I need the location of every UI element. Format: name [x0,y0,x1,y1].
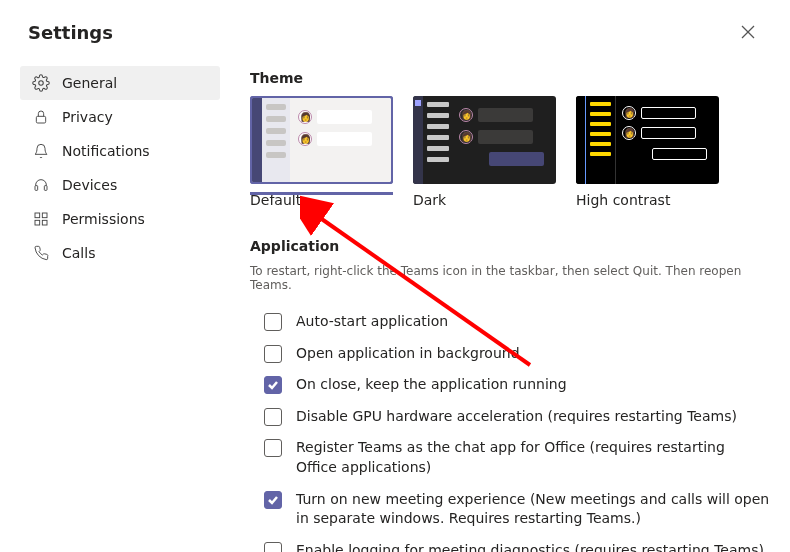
svg-rect-3 [36,116,45,123]
theme-preview-high-contrast: 👩 👩 [576,96,719,184]
sidebar-item-label: Permissions [62,211,145,227]
sidebar-item-calls[interactable]: Calls [20,236,220,270]
svg-rect-7 [42,213,47,218]
option-label: Open application in background [296,344,520,364]
lock-icon [32,108,50,126]
theme-option-high-contrast[interactable]: 👩 👩 High contrast [576,96,719,208]
svg-rect-4 [35,186,38,191]
checkbox[interactable] [264,376,282,394]
svg-point-2 [39,81,44,86]
option-label: Enable logging for meeting diagnostics (… [296,541,764,552]
app-option: Disable GPU hardware acceleration (requi… [250,401,770,433]
theme-preview-default: 👩 👩 [250,96,393,184]
sidebar-item-label: Privacy [62,109,113,125]
sidebar: General Privacy Notifications Devices Pe… [20,66,220,552]
checkbox[interactable] [264,439,282,457]
sidebar-item-label: Notifications [62,143,150,159]
sidebar-item-permissions[interactable]: Permissions [20,202,220,236]
option-label: Auto-start application [296,312,448,332]
app-option: Auto-start application [250,306,770,338]
grid-icon [32,210,50,228]
close-button[interactable] [734,18,762,46]
gear-icon [32,74,50,92]
svg-rect-9 [42,220,47,225]
page-title: Settings [28,22,113,43]
svg-rect-5 [44,186,47,191]
app-option: Open application in background [250,338,770,370]
checkbox[interactable] [264,313,282,331]
option-label: Register Teams as the chat app for Offic… [296,438,770,477]
main-pane: Theme 👩 👩 Default 👩 [220,66,770,552]
svg-rect-6 [35,213,40,218]
close-icon [741,25,755,39]
theme-selector: 👩 👩 Default 👩 👩 Dark [250,96,770,208]
option-label: Turn on new meeting experience (New meet… [296,490,770,529]
checkbox[interactable] [264,408,282,426]
sidebar-item-label: Devices [62,177,117,193]
bell-icon [32,142,50,160]
headset-icon [32,176,50,194]
theme-label: Default [250,192,393,208]
sidebar-item-privacy[interactable]: Privacy [20,100,220,134]
application-subtext: To restart, right-click the Teams icon i… [250,264,770,292]
theme-heading: Theme [250,70,770,86]
theme-option-dark[interactable]: 👩 👩 Dark [413,96,556,208]
app-option: Register Teams as the chat app for Offic… [250,432,770,483]
application-heading: Application [250,238,770,254]
option-label: On close, keep the application running [296,375,567,395]
checkbox[interactable] [264,491,282,509]
sidebar-item-label: Calls [62,245,95,261]
theme-preview-dark: 👩 👩 [413,96,556,184]
checkbox[interactable] [264,542,282,552]
theme-option-default[interactable]: 👩 👩 Default [250,96,393,208]
phone-icon [32,244,50,262]
sidebar-item-label: General [62,75,117,91]
theme-label: Dark [413,192,556,208]
option-label: Disable GPU hardware acceleration (requi… [296,407,737,427]
svg-rect-8 [35,220,40,225]
sidebar-item-notifications[interactable]: Notifications [20,134,220,168]
sidebar-item-general[interactable]: General [20,66,220,100]
app-option: Enable logging for meeting diagnostics (… [250,535,770,552]
theme-label: High contrast [576,192,719,208]
app-option: On close, keep the application running [250,369,770,401]
app-option: Turn on new meeting experience (New meet… [250,484,770,535]
checkbox[interactable] [264,345,282,363]
sidebar-item-devices[interactable]: Devices [20,168,220,202]
